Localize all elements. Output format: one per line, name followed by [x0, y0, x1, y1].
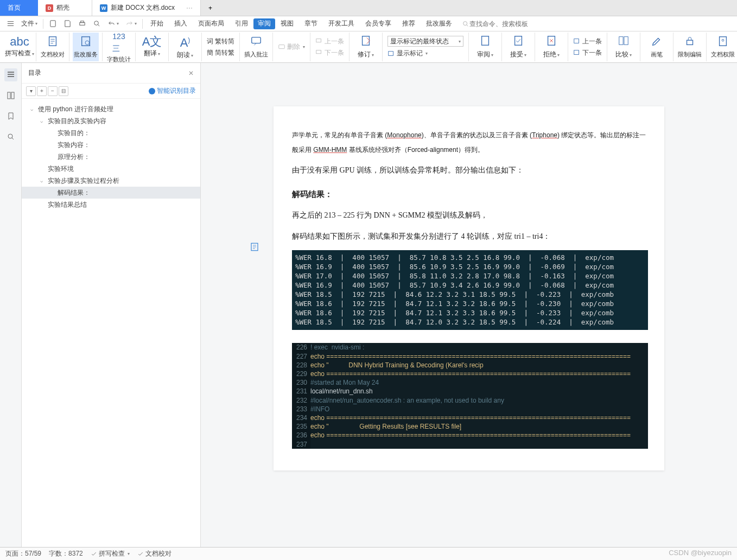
- left-rail: [0, 63, 22, 547]
- menutab-会员专享[interactable]: 会员专享: [360, 16, 397, 31]
- toc-node[interactable]: 原理分析：: [22, 151, 200, 163]
- reject-button[interactable]: 拒绝▾: [538, 33, 564, 61]
- toc-node[interactable]: ⌵实验目的及实验内容: [22, 115, 200, 127]
- accept-button[interactable]: 接受▾: [505, 33, 531, 61]
- menutab-推荐[interactable]: 推荐: [397, 16, 421, 31]
- tab-document[interactable]: W新建 DOCX 文档.docx⋯: [92, 0, 201, 16]
- status-bar: 页面：57/59 字数：8372 拼写检查▾ 文档校对: [0, 547, 737, 560]
- menutab-批改服务[interactable]: 批改服务: [421, 16, 458, 31]
- trad-to-simp-button[interactable]: 词繁转简: [207, 37, 234, 46]
- status-proof[interactable]: 文档校对: [137, 549, 171, 558]
- svg-rect-27: [11, 92, 14, 99]
- find-icon[interactable]: [4, 130, 17, 143]
- toc-tree: ⌵使用 python 进行音频处理⌵实验目的及实验内容实验目的：实验内容：原理分…: [22, 99, 200, 547]
- menutab-页面布局[interactable]: 页面布局: [193, 16, 230, 31]
- delete-comment-button[interactable]: 删除▾: [278, 42, 305, 52]
- svg-rect-1: [80, 23, 85, 26]
- restrict-edit-button[interactable]: 限制编辑: [677, 33, 703, 61]
- menutab-开始[interactable]: 开始: [145, 16, 169, 31]
- collapse-button[interactable]: −: [48, 86, 58, 96]
- undo-icon[interactable]: ▾: [104, 17, 122, 30]
- lbl: 下一条: [582, 48, 602, 58]
- lbl: 接受: [510, 50, 523, 58]
- svg-rect-14: [482, 36, 489, 46]
- svg-rect-18: [574, 50, 579, 55]
- speak-button[interactable]: A)朗读▾: [172, 33, 198, 61]
- word-count[interactable]: 字数：8372: [49, 549, 83, 558]
- toc-node[interactable]: ⌵实验步骤及实验过程分析: [22, 175, 200, 187]
- save-icon[interactable]: [60, 17, 75, 30]
- new-icon[interactable]: [46, 17, 60, 30]
- redo-icon[interactable]: ▾: [122, 17, 140, 30]
- toc-node[interactable]: 实验结果总结: [22, 199, 200, 211]
- toc-panel: 目录 ✕ ▾ + − ⊟ 智能识别目录 ⌵使用 python 进行音频处理⌵实验…: [22, 63, 201, 547]
- lbl: 朗读: [177, 51, 190, 59]
- toc-node[interactable]: 实验目的：: [22, 127, 200, 139]
- menutab-审阅[interactable]: 审阅: [253, 18, 275, 29]
- page-indicator[interactable]: 页面：57/59: [5, 549, 41, 558]
- prev-change-button[interactable]: 上一条: [573, 37, 602, 46]
- page-float-icon[interactable]: [250, 242, 259, 252]
- pen-button[interactable]: 画笔: [644, 33, 670, 61]
- nav-icon[interactable]: [4, 89, 17, 102]
- plus-icon: +: [208, 4, 212, 12]
- lbl: 智能识别目录: [157, 86, 196, 96]
- close-icon[interactable]: ✕: [188, 69, 194, 77]
- doc-permission-button[interactable]: 文档权限: [710, 33, 736, 61]
- menutab-章节[interactable]: 章节: [299, 16, 323, 31]
- collapse-all-button[interactable]: ▾: [26, 86, 36, 96]
- divider: [43, 19, 43, 29]
- smart-toc-button[interactable]: 智能识别目录: [149, 86, 196, 96]
- word-count-button[interactable]: 123三字数统计: [106, 33, 132, 61]
- expand-button[interactable]: +: [37, 86, 47, 96]
- outline-icon[interactable]: [4, 68, 17, 81]
- file-menu[interactable]: 文件▾: [18, 17, 41, 30]
- svg-point-4: [463, 21, 467, 25]
- menutab-视图[interactable]: 视图: [275, 16, 299, 31]
- tab-add[interactable]: +: [201, 0, 220, 16]
- compare-button[interactable]: 比较▾: [611, 33, 637, 61]
- menutab-插入[interactable]: 插入: [169, 16, 193, 31]
- paragraph: 声学单元，常见的有单音子音素 (Monophone)、单音子音素的状态以及三音子…: [292, 128, 648, 157]
- hamburger-icon[interactable]: [3, 17, 18, 30]
- next-change-button[interactable]: 下一条: [573, 48, 602, 58]
- translate-button[interactable]: A文翻译▾: [139, 33, 165, 61]
- toc-node[interactable]: ⌵使用 python 进行音频处理: [22, 103, 200, 115]
- level-button[interactable]: ⊟: [59, 86, 68, 96]
- toc-node[interactable]: 解码结果：: [22, 187, 200, 199]
- print-icon[interactable]: [75, 17, 90, 30]
- show-marks-button[interactable]: 显示标记▾: [387, 49, 463, 58]
- menutab-引用[interactable]: 引用: [230, 16, 253, 31]
- simp-to-trad-button[interactable]: 簡简转繁: [207, 48, 234, 58]
- file-label: 文件: [21, 19, 34, 28]
- paragraph: 再之后的 213 – 225 行为 DNN + SGMM2 模型训练及解码，: [292, 208, 648, 223]
- tab-dk[interactable]: D稻壳: [38, 0, 92, 16]
- svg-rect-2: [81, 21, 84, 23]
- tab-home[interactable]: 首页: [0, 0, 38, 16]
- terminal-output: %WER 16.8 | 400 15057 | 85.7 10.8 3.5 2.…: [292, 250, 648, 330]
- spell-check-button[interactable]: abc拼写检查▾: [7, 33, 33, 61]
- prev-comment-button[interactable]: 上一条: [315, 37, 344, 46]
- menutab-开发工具[interactable]: 开发工具: [323, 16, 360, 31]
- next-comment-button[interactable]: 下一条: [315, 48, 344, 58]
- lbl: 繁转简: [215, 37, 234, 46]
- bookmark-icon[interactable]: [4, 110, 17, 123]
- correction-service-button[interactable]: 批改服务: [73, 33, 99, 61]
- document-area[interactable]: 声学单元，常见的有单音子音素 (Monophone)、单音子音素的状态以及三音子…: [201, 63, 737, 547]
- tab-menu-icon[interactable]: ⋯: [186, 4, 193, 12]
- preview-icon[interactable]: [90, 17, 104, 30]
- svg-rect-19: [619, 37, 623, 45]
- lbl: 拼写检查: [99, 549, 125, 558]
- track-changes-button[interactable]: 修订▾: [353, 33, 379, 61]
- review-pane-button[interactable]: 审阅▾: [472, 33, 498, 61]
- display-mode-select[interactable]: 显示标记的最终状态▾: [387, 36, 463, 47]
- insert-comment-button[interactable]: 插入批注: [243, 33, 269, 61]
- status-spell-check[interactable]: 拼写检查▾: [91, 549, 130, 558]
- search-input[interactable]: [469, 20, 545, 28]
- toc-node[interactable]: 实验环境: [22, 163, 200, 175]
- command-search[interactable]: [462, 20, 545, 28]
- toc-node[interactable]: 实验内容：: [22, 139, 200, 151]
- doc-proof-button[interactable]: 文档校对: [40, 33, 66, 61]
- dk-icon: D: [46, 4, 53, 12]
- svg-point-7: [85, 41, 89, 44]
